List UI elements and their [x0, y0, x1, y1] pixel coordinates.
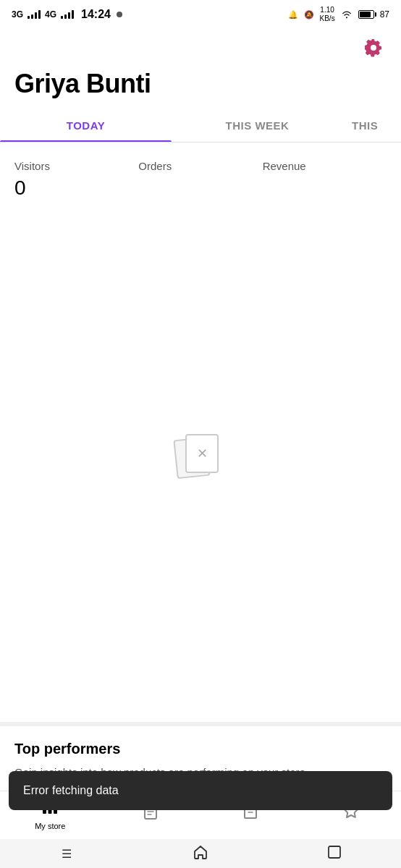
recents-icon — [328, 846, 341, 861]
tab-this[interactable]: THIS — [343, 111, 401, 142]
header: Griya Bunti — [0, 63, 401, 111]
android-back-button[interactable] — [320, 839, 349, 868]
tab-this-week[interactable]: THIS WEEK — [172, 111, 343, 142]
status-bar: 3G 4G 14:24 🔔 🔕 1.10 KB/s 87 — [0, 0, 401, 29]
android-nav-bar: ☰ — [0, 839, 401, 868]
empty-doc-front: ✕ — [185, 434, 219, 473]
signal-bars-3g — [28, 10, 41, 19]
gear-icon — [363, 38, 384, 58]
error-toast: Error fetching data — [9, 771, 392, 810]
alarm-icon: 🔔 — [288, 10, 298, 20]
svg-rect-11 — [329, 846, 340, 858]
x-mark-icon: ✕ — [197, 446, 208, 461]
stat-visitors: Visitors 0 — [14, 160, 138, 200]
mute-icon: 🔕 — [304, 10, 314, 20]
empty-state: ✕ — [0, 205, 401, 722]
android-home-button[interactable] — [186, 839, 215, 868]
status-right: 🔔 🔕 1.10 KB/s 87 — [288, 6, 389, 23]
hamburger-icon: ☰ — [62, 847, 72, 861]
app-title: Griya Bunti — [14, 69, 387, 99]
network-3g: 3G — [12, 9, 23, 20]
revenue-label: Revenue — [263, 160, 387, 172]
tabs-container: TODAY THIS WEEK THIS — [0, 111, 401, 142]
stat-orders: Orders — [138, 160, 262, 200]
battery-percent: 87 — [380, 9, 389, 20]
status-dot — [117, 12, 122, 17]
my-store-label: My store — [35, 822, 65, 830]
visitors-value: 0 — [14, 176, 138, 200]
visitors-label: Visitors — [14, 160, 138, 172]
battery-icon — [358, 10, 374, 19]
stats-row: Visitors 0 Orders Revenue — [0, 142, 401, 205]
tab-today[interactable]: TODAY — [0, 111, 172, 142]
android-menu-button[interactable]: ☰ — [52, 839, 81, 868]
no-data-icon: ✕ — [175, 431, 226, 482]
settings-row — [0, 29, 401, 63]
svg-point-0 — [371, 45, 376, 51]
home-icon — [193, 844, 208, 863]
stat-revenue: Revenue — [263, 160, 387, 200]
time-display: 14:24 — [81, 8, 111, 21]
top-performers-title: Top performers — [14, 741, 387, 757]
signal-bars-4g — [61, 10, 74, 19]
error-message: Error fetching data — [23, 784, 119, 796]
wifi-icon — [341, 10, 353, 19]
network-4g: 4G — [45, 9, 56, 20]
speed-indicator: 1.10 KB/s — [320, 6, 335, 23]
status-left: 3G 4G 14:24 — [12, 8, 122, 21]
settings-button[interactable] — [360, 35, 387, 63]
orders-label: Orders — [138, 160, 262, 172]
